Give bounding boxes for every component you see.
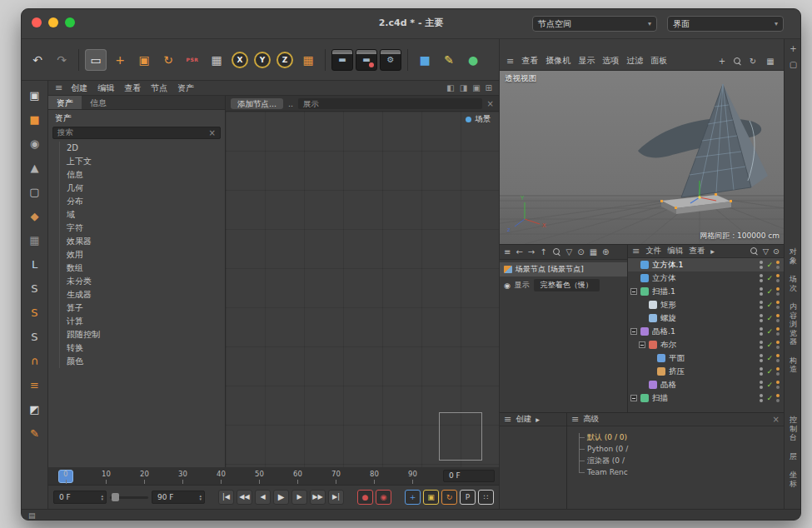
relief-icon[interactable]: ▦ bbox=[25, 231, 45, 249]
enabled-check-icon[interactable]: ✓ bbox=[766, 327, 773, 336]
visibility-dots[interactable] bbox=[760, 341, 763, 349]
tab-content-browser[interactable]: 内容浏览器 bbox=[789, 302, 799, 346]
paint-icon[interactable]: ✎ bbox=[25, 424, 45, 442]
panel-menu-icon[interactable]: ≡ bbox=[504, 247, 511, 257]
graph-frame[interactable] bbox=[439, 412, 482, 461]
object-row-lattice-1[interactable]: 晶格.1✓ bbox=[628, 325, 784, 338]
asset-category[interactable]: 域 bbox=[48, 208, 225, 222]
slider-handle[interactable] bbox=[112, 493, 119, 501]
layers-icon[interactable]: ▤ bbox=[28, 511, 36, 520]
layout-left-icon[interactable]: ◧ bbox=[446, 83, 454, 92]
stepper-icons[interactable]: ▴▾ bbox=[101, 494, 103, 501]
up-icon[interactable]: ↑ bbox=[540, 247, 546, 257]
layer-dots[interactable] bbox=[776, 381, 780, 389]
queue-renderer[interactable]: 渲染器 (0 / bbox=[579, 455, 784, 466]
layer-dots[interactable] bbox=[776, 261, 780, 269]
lock-x-button[interactable]: X bbox=[232, 52, 248, 68]
frame-range-slider[interactable] bbox=[110, 491, 148, 503]
cube-outline-icon[interactable]: ▢ bbox=[25, 182, 45, 201]
lock-y-button[interactable]: Y bbox=[254, 52, 271, 68]
asset-category[interactable]: 计算 bbox=[48, 315, 225, 328]
scene-nodes-item[interactable]: 场景节点 [场景节点] bbox=[500, 262, 627, 276]
forward-icon[interactable]: → bbox=[528, 247, 535, 257]
tab-info[interactable]: 信息 bbox=[82, 96, 115, 109]
visibility-dots[interactable] bbox=[760, 354, 763, 362]
menu-filter[interactable]: 过滤 bbox=[626, 55, 643, 67]
object-row-rectangle[interactable]: 矩形✓ bbox=[628, 298, 784, 311]
layer-dots[interactable] bbox=[776, 394, 780, 402]
visibility-dots[interactable] bbox=[760, 367, 763, 376]
next-frame-button[interactable]: ▶ bbox=[291, 490, 307, 505]
node-graph-canvas[interactable]: 场景 bbox=[226, 112, 499, 467]
object-row-cube-1[interactable]: 立方体.1✓ bbox=[628, 258, 784, 271]
magnet-icon[interactable]: ∩ bbox=[25, 351, 45, 370]
layer-dots[interactable] bbox=[776, 367, 780, 376]
layer-dots[interactable] bbox=[776, 314, 780, 322]
maximize-panel-icon[interactable]: ▢ bbox=[790, 60, 797, 69]
display-radio-icon[interactable]: ◉ bbox=[504, 281, 511, 290]
spline-helix-icon[interactable]: S bbox=[25, 303, 45, 321]
cone-primitive-icon[interactable]: ▲ bbox=[25, 158, 45, 177]
asset-root-label[interactable]: 资产 bbox=[48, 110, 225, 126]
asset-browser-icon[interactable]: ▣ bbox=[25, 86, 45, 104]
display-filter-input[interactable]: 展示 bbox=[298, 98, 482, 109]
enabled-check-icon[interactable]: ✓ bbox=[766, 354, 773, 362]
asset-category[interactable]: 数组 bbox=[48, 262, 225, 275]
advanced-panel-title[interactable]: 高级 bbox=[583, 414, 599, 425]
tab-console[interactable]: 控制台 bbox=[789, 416, 799, 442]
coord-system-button[interactable]: ▦ bbox=[206, 49, 227, 71]
asset-category[interactable]: 转换 bbox=[48, 341, 225, 355]
visibility-dots[interactable] bbox=[760, 394, 763, 402]
add-cube-button[interactable]: ■ bbox=[414, 49, 436, 71]
menu-create[interactable]: 创建 bbox=[71, 82, 87, 94]
next-key-button[interactable]: ▶▶ bbox=[310, 490, 326, 505]
goto-start-button[interactable]: |◀ bbox=[218, 490, 234, 505]
menu-icon[interactable]: ≡ bbox=[55, 82, 62, 93]
layer-dots[interactable] bbox=[776, 301, 780, 309]
menu-edit[interactable]: 编辑 bbox=[97, 82, 114, 94]
asset-category[interactable]: 生成器 bbox=[48, 288, 225, 301]
nodespace-dropdown[interactable]: 节点空间 ▾ bbox=[532, 16, 657, 32]
lock-z-button[interactable]: Z bbox=[276, 52, 293, 68]
panel-menu-icon[interactable]: ≡ bbox=[504, 414, 511, 425]
tab-takes[interactable]: 场次 bbox=[789, 275, 799, 292]
menu-view[interactable]: 查看 bbox=[521, 55, 538, 67]
visibility-dots[interactable] bbox=[760, 261, 763, 269]
menu-camera[interactable]: 摄像机 bbox=[545, 55, 570, 67]
viewport-menu-icon[interactable]: ≡ bbox=[506, 56, 514, 67]
queue-team-render[interactable]: Team Renc bbox=[579, 466, 784, 478]
panel-menu-icon[interactable]: ≡ bbox=[632, 246, 640, 257]
layer-dots[interactable] bbox=[776, 274, 780, 282]
enabled-check-icon[interactable]: ✓ bbox=[766, 314, 773, 322]
menu-asset[interactable]: 资产 bbox=[177, 82, 194, 94]
object-row-plane[interactable]: 平面✓ bbox=[628, 351, 784, 365]
menu-display[interactable]: 显示 bbox=[578, 55, 595, 67]
asset-category[interactable]: 跟随控制 bbox=[48, 328, 225, 341]
key-rotation-button[interactable]: ↻ bbox=[441, 490, 457, 505]
end-frame-input[interactable]: 90 F ▴▾ bbox=[152, 491, 205, 504]
tab-assets[interactable]: 资产 bbox=[48, 96, 82, 109]
viewport[interactable]: Y X z 透视视图 网格间距 : 100000 cm bbox=[499, 71, 784, 244]
asset-category[interactable]: 效果器 bbox=[48, 235, 225, 248]
platonic-icon[interactable]: ◆ bbox=[25, 207, 45, 225]
create-panel-title[interactable]: 创建 bbox=[516, 414, 531, 425]
enabled-check-icon[interactable]: ✓ bbox=[766, 261, 773, 269]
enabled-check-icon[interactable]: ✓ bbox=[766, 394, 773, 402]
interface-dropdown[interactable]: 界面 ▾ bbox=[667, 16, 784, 32]
visibility-dots[interactable] bbox=[760, 287, 763, 296]
tab-structure[interactable]: 构造 bbox=[789, 356, 799, 374]
asset-category[interactable]: 信息 bbox=[48, 168, 225, 182]
menu-node[interactable]: 节点 bbox=[151, 82, 167, 94]
clear-filter-icon[interactable]: × bbox=[487, 99, 494, 108]
key-position-button[interactable]: + bbox=[405, 490, 421, 505]
object-row-extrude[interactable]: 挤压✓ bbox=[628, 365, 784, 378]
object-row-boole[interactable]: 布尔✓ bbox=[628, 338, 784, 351]
asset-category[interactable]: 几何 bbox=[48, 182, 225, 195]
object-row-cube[interactable]: 立方体✓ bbox=[628, 271, 784, 285]
add-node-button[interactable]: 添加节点... bbox=[231, 98, 283, 109]
more-menus-icon[interactable]: ▸ bbox=[710, 247, 715, 256]
sphere-primitive-icon[interactable]: ◉ bbox=[25, 134, 45, 152]
zoom-view-icon[interactable] bbox=[733, 57, 742, 66]
asset-category[interactable]: 未分类 bbox=[48, 275, 225, 288]
visibility-dots[interactable] bbox=[760, 274, 763, 282]
